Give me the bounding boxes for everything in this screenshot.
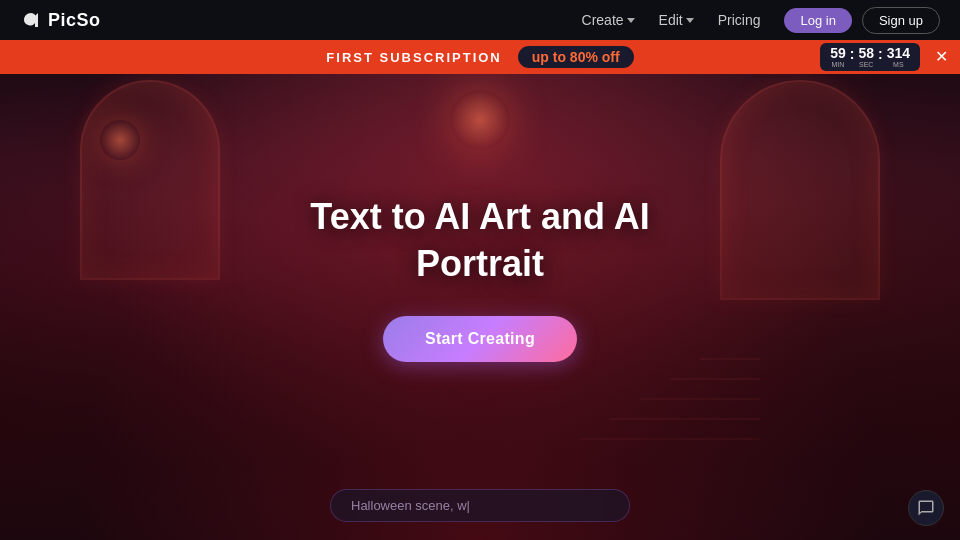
nav-edit[interactable]: Edit (659, 12, 694, 28)
hero-title-line1: Text to AI Art and AI (310, 196, 649, 237)
start-creating-button[interactable]: Start Creating (383, 316, 577, 362)
timer-minutes: 59 (830, 46, 846, 60)
hero-title-line2: Portrait (416, 243, 544, 284)
nav-create[interactable]: Create (582, 12, 635, 28)
nav-pricing[interactable]: Pricing (718, 12, 761, 28)
chat-button[interactable] (908, 490, 944, 526)
timer-seconds: 58 (858, 46, 874, 60)
promo-label: FIRST SUBSCRIPTION (326, 50, 501, 65)
promo-close-button[interactable]: ✕ (935, 49, 948, 65)
create-chevron-icon (627, 18, 635, 23)
picso-logo-icon (20, 9, 42, 31)
promo-badge-prefix: up to (532, 49, 570, 65)
logo-area[interactable]: PicSo (20, 9, 101, 31)
prompt-placeholder-text: Halloween scene, w| (351, 498, 470, 513)
logo-text: PicSo (48, 10, 101, 31)
timer-ms-block: 314 MS (887, 46, 910, 68)
signup-button[interactable]: Sign up (862, 7, 940, 34)
timer-min-label: Min (832, 61, 845, 68)
edit-chevron-icon (686, 18, 694, 23)
prompt-input-bar[interactable]: Halloween scene, w| (330, 489, 630, 522)
nav-auth: Log in Sign up (784, 7, 940, 34)
login-button[interactable]: Log in (784, 8, 851, 33)
timer-ms: 314 (887, 46, 910, 60)
hero-title: Text to AI Art and AI Portrait (310, 194, 649, 288)
timer-seconds-block: 58 Sec (858, 46, 874, 68)
timer-sep-2: : (878, 46, 883, 68)
chat-icon (917, 499, 935, 517)
promo-timer: 59 Min : 58 Sec : 314 MS (820, 43, 920, 71)
timer-sec-label: Sec (859, 61, 873, 68)
timer-sep-1: : (850, 46, 855, 68)
navbar: PicSo Create Edit Pricing Log in Sign up (0, 0, 960, 40)
hero-content: Text to AI Art and AI Portrait Start Cre… (0, 74, 960, 362)
timer-minutes-block: 59 Min (830, 46, 846, 68)
promo-banner: FIRST SUBSCRIPTION up to 80% off 59 Min … (0, 40, 960, 74)
promo-badge: up to 80% off (518, 46, 634, 68)
promo-badge-discount: 80% off (570, 49, 620, 65)
nav-links: Create Edit Pricing (582, 12, 761, 28)
timer-ms-label: MS (893, 61, 904, 68)
